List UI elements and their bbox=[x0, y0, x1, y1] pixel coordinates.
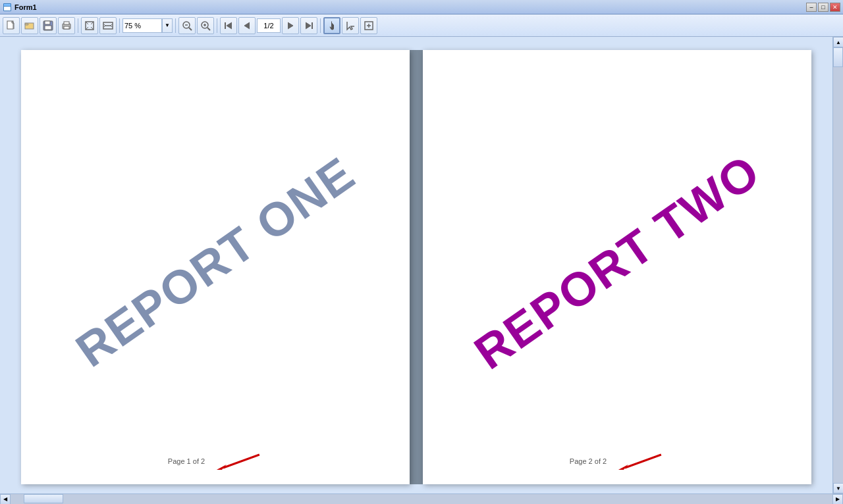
page-2: REPORT TWO Page 2 of 2 bbox=[423, 50, 811, 484]
page-1: REPORT ONE Page 1 of 2 bbox=[21, 50, 410, 484]
page-2-number: Page 2 of 2 bbox=[570, 457, 607, 465]
prev-page-button[interactable] bbox=[238, 17, 256, 34]
title-bar: Form1 – □ ✕ bbox=[0, 0, 843, 14]
minimize-button[interactable]: – bbox=[806, 3, 817, 12]
separator-5 bbox=[320, 18, 321, 33]
window-title: Form1 bbox=[14, 3, 806, 11]
first-page-button[interactable] bbox=[220, 17, 237, 34]
pages-container[interactable]: REPORT ONE Page 1 of 2 REPORT TWO bbox=[0, 37, 832, 493]
svg-line-27 bbox=[207, 28, 210, 30]
select-tool-button[interactable] bbox=[342, 17, 359, 34]
app-icon bbox=[3, 3, 12, 12]
next-page-button[interactable] bbox=[282, 17, 299, 34]
page-2-watermark: REPORT TWO bbox=[464, 144, 769, 380]
fit-width-button[interactable] bbox=[99, 17, 117, 34]
page-input[interactable] bbox=[257, 18, 281, 33]
separator-1 bbox=[78, 18, 78, 33]
zoom-rect-button[interactable] bbox=[360, 17, 377, 34]
page-1-footer: Page 1 of 2 bbox=[168, 451, 263, 471]
svg-rect-9 bbox=[45, 21, 50, 24]
fit-page-button[interactable] bbox=[81, 17, 98, 34]
svg-line-35 bbox=[625, 455, 661, 468]
svg-line-33 bbox=[223, 455, 259, 468]
svg-rect-2 bbox=[4, 7, 11, 11]
vertical-scrollbar[interactable]: ▲ ▼ bbox=[832, 37, 843, 493]
page-wrapper: REPORT ONE Page 1 of 2 REPORT TWO bbox=[21, 50, 811, 484]
scroll-up-button[interactable]: ▲ bbox=[833, 37, 843, 47]
svg-rect-12 bbox=[64, 22, 69, 24]
page-2-arrow bbox=[612, 451, 665, 471]
hand-tool-button[interactable] bbox=[323, 17, 340, 34]
scroll-down-button[interactable]: ▼ bbox=[833, 483, 843, 493]
maximize-button[interactable]: □ bbox=[818, 3, 829, 12]
scroll-track[interactable] bbox=[833, 47, 843, 483]
separator-3 bbox=[175, 18, 176, 33]
horizontal-scrollbar[interactable]: ◀ ▶ bbox=[0, 493, 843, 504]
zoom-dropdown-button[interactable]: ▼ bbox=[162, 18, 173, 33]
page-2-footer: Page 2 of 2 bbox=[570, 451, 665, 471]
last-page-button[interactable] bbox=[300, 17, 317, 34]
save-button[interactable] bbox=[40, 17, 57, 34]
svg-rect-10 bbox=[45, 26, 51, 30]
zoom-input[interactable] bbox=[122, 18, 162, 33]
zoom-out-button[interactable] bbox=[178, 17, 196, 34]
h-scroll-track[interactable] bbox=[11, 494, 832, 505]
scroll-left-button[interactable]: ◀ bbox=[0, 494, 11, 505]
svg-rect-13 bbox=[64, 26, 69, 29]
svg-rect-3 bbox=[7, 21, 13, 29]
svg-rect-1 bbox=[4, 4, 11, 6]
scroll-thumb[interactable] bbox=[833, 47, 843, 67]
close-button[interactable]: ✕ bbox=[830, 3, 840, 12]
zoom-in-button[interactable] bbox=[197, 17, 214, 34]
content-area: REPORT ONE Page 1 of 2 REPORT TWO bbox=[0, 37, 843, 493]
print-button[interactable] bbox=[58, 17, 75, 34]
window-controls: – □ ✕ bbox=[806, 3, 840, 12]
new-button[interactable] bbox=[3, 17, 20, 34]
separator-2 bbox=[119, 18, 120, 33]
page-1-number: Page 1 of 2 bbox=[168, 457, 205, 465]
page-1-arrow bbox=[210, 451, 263, 471]
open-button[interactable] bbox=[21, 17, 38, 34]
scroll-right-button[interactable]: ▶ bbox=[832, 494, 843, 505]
separator-4 bbox=[217, 18, 217, 33]
svg-rect-7 bbox=[25, 24, 28, 25]
svg-line-23 bbox=[189, 28, 192, 30]
page-1-watermark: REPORT ONE bbox=[66, 146, 364, 378]
h-scroll-thumb[interactable] bbox=[24, 494, 63, 503]
toolbar: ▼ bbox=[0, 14, 843, 37]
page-divider bbox=[410, 50, 423, 484]
